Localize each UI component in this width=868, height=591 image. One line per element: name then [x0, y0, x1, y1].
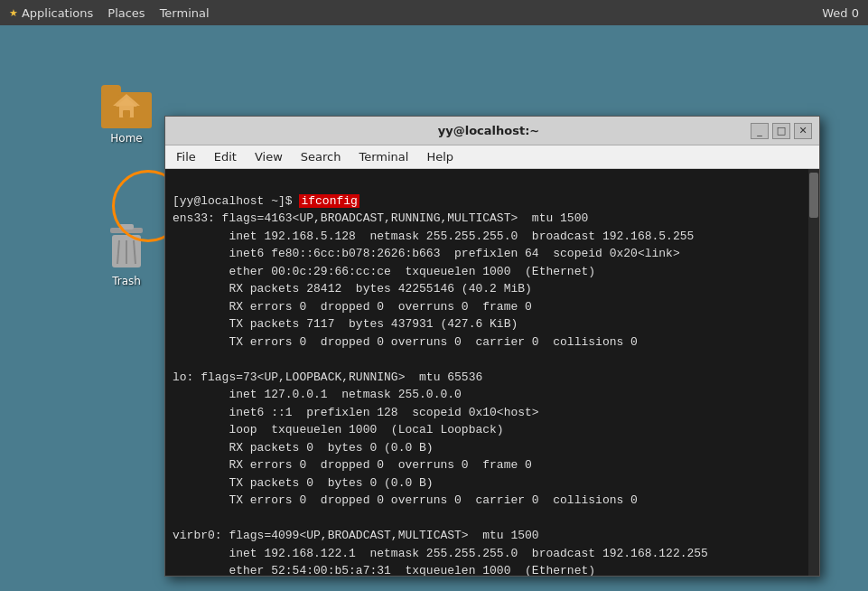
menu-file[interactable]: File	[169, 148, 203, 165]
svg-rect-6	[119, 224, 134, 230]
output-lo-loop: loop txqueuelen 1000 (Local Loopback)	[173, 423, 504, 436]
menu-edit[interactable]: Edit	[207, 148, 244, 165]
terminal-scrollbar[interactable]	[808, 169, 819, 576]
menu-help[interactable]: Help	[419, 148, 461, 165]
top-bar-left: ★ Applications Places Terminal	[9, 6, 210, 20]
output-ens33-ether: ether 00:0c:29:66:cc:ce txqueuelen 1000 …	[173, 265, 595, 278]
system-clock: Wed 0	[822, 6, 859, 20]
applications-menu[interactable]: ★ Applications	[9, 6, 93, 20]
output-lo-tx-errors: TX errors 0 dropped 0 overruns 0 carrier…	[173, 493, 638, 507]
desktop: Home Trash yy@localhost:~	[0, 25, 868, 591]
output-ens33-rx-packets: RX packets 28412 bytes 42255146 (40.2 Mi…	[173, 282, 532, 296]
output-blank2	[173, 511, 180, 525]
trash-svg	[105, 224, 148, 271]
svg-rect-1	[101, 85, 121, 96]
home-folder-svg	[101, 81, 152, 128]
terminal-window: yy@localhost:~ _ □ ✕ File Edit View Sear…	[164, 116, 820, 577]
home-desktop-icon[interactable]: Home	[90, 80, 163, 145]
menu-terminal[interactable]: Terminal	[351, 148, 415, 165]
output-ens33-tx-packets: TX packets 7117 bytes 437931 (427.6 KiB)	[173, 317, 518, 331]
output-virbr0-flags: virbr0: flags=4099<UP,BROADCAST,MULTICAS…	[173, 529, 539, 542]
menu-search[interactable]: Search	[294, 148, 349, 165]
svg-rect-4	[123, 110, 130, 117]
output-ens33-inet6: inet6 fe80::6cc:b078:2626:b663 prefixlen…	[173, 247, 680, 260]
output-virbr0-inet: inet 192.168.122.1 netmask 255.255.255.0…	[173, 547, 708, 560]
trash-icon-label: Trash	[112, 275, 141, 287]
output-lo-flags: lo: flags=73<UP,LOOPBACK,RUNNING> mtu 65…	[173, 371, 482, 384]
menu-view[interactable]: View	[247, 148, 290, 165]
applications-label: Applications	[22, 6, 93, 20]
terminal-output[interactable]: [yy@localhost ~]$ ifconfig ens33: flags=…	[165, 169, 819, 576]
folder-image	[101, 80, 152, 130]
minimize-button[interactable]: _	[751, 123, 769, 139]
output-lo-tx-packets: TX packets 0 bytes 0 (0.0 B)	[173, 476, 434, 490]
output-ens33-inet: inet 192.168.5.128 netmask 255.255.255.0…	[173, 230, 694, 243]
home-icon-label: Home	[110, 132, 142, 145]
scroll-thumb[interactable]	[809, 173, 818, 218]
terminal-label: Terminal	[160, 6, 210, 20]
maximize-button[interactable]: □	[772, 123, 790, 139]
output-virbr0-ether: ether 52:54:00:b5:a7:31 txqueuelen 1000 …	[173, 564, 595, 576]
terminal-menubar: File Edit View Search Terminal Help	[165, 145, 819, 169]
terminal-title: yy@localhost:~	[227, 124, 751, 137]
command-highlight: ifconfig	[299, 194, 359, 208]
terminal-titlebar: yy@localhost:~ _ □ ✕	[165, 117, 819, 145]
star-icon: ★	[9, 7, 18, 19]
output-lo-inet: inet 127.0.0.1 netmask 255.0.0.0	[173, 388, 462, 401]
prompt-line: [yy@localhost ~]$ ifconfig	[173, 194, 359, 208]
output-ens33-flags: ens33: flags=4163<UP,BROADCAST,RUNNING,M…	[173, 211, 588, 225]
close-button[interactable]: ✕	[794, 123, 812, 139]
top-bar: ★ Applications Places Terminal Wed 0	[0, 0, 868, 25]
places-label: Places	[107, 6, 145, 20]
output-lo-rx-packets: RX packets 0 bytes 0 (0.0 B)	[173, 441, 434, 455]
terminal-controls: _ □ ✕	[751, 123, 812, 139]
places-menu[interactable]: Places	[107, 6, 145, 20]
output-ens33-rx-errors: RX errors 0 dropped 0 overruns 0 frame 0	[173, 300, 532, 314]
output-blank1	[173, 352, 180, 366]
output-lo-rx-errors: RX errors 0 dropped 0 overruns 0 frame 0	[173, 458, 532, 472]
trash-desktop-icon[interactable]: Trash	[90, 222, 163, 287]
terminal-menu[interactable]: Terminal	[160, 6, 210, 20]
output-ens33-tx-errors: TX errors 0 dropped 0 overruns 0 carrier…	[173, 335, 638, 349]
output-lo-inet6: inet6 ::1 prefixlen 128 scopeid 0x10<hos…	[173, 406, 539, 419]
trash-image	[101, 222, 152, 273]
